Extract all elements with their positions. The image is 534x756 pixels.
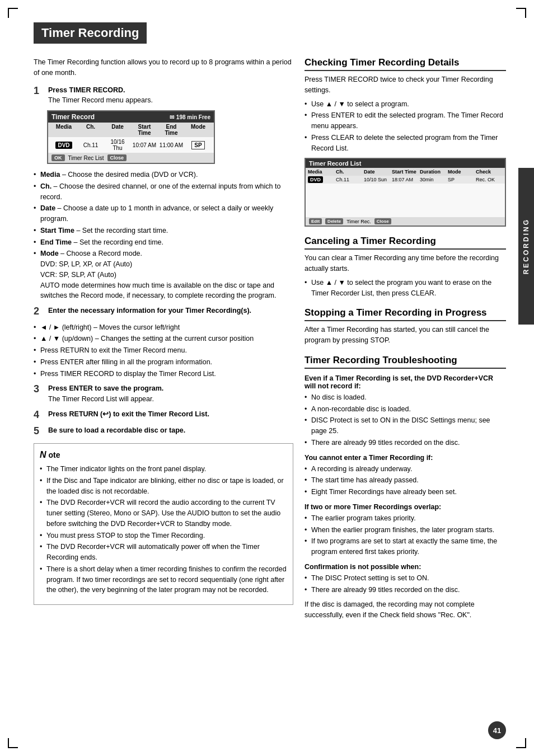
bullet-media: Media – Choose the desired media (DVD or… [34,170,293,180]
step-1-desc: The Timer Record menu appears. [48,96,153,104]
step-3-text: Press ENTER to save the program. The Tim… [48,383,163,405]
page-number: 41 [488,721,506,739]
timer-record-header: Timer Record ✉ 198 min Free [48,111,214,123]
bullet-s2-5: Press TIMER RECORD to display the Timer … [34,369,293,379]
ts4-bullet-0: The DISC Protect setting is set to ON. [305,573,506,584]
tl-delete-button[interactable]: Delete [325,218,343,224]
ts-heading-1: Even if a Timer Recording is set, the DV… [305,374,506,390]
troubleshooting-section-heading: Timer Recording Troubleshooting [305,355,506,369]
right-column: Checking Timer Recording Details Press T… [305,57,506,624]
recording-side-label: RECORDING [518,168,534,325]
ts1-bullet-1: A non-recordable disc is loaded. [305,404,506,415]
left-column: The Timer Recording function allows you … [34,57,293,624]
ts-footer: If the disc is damaged, the recording ma… [305,599,506,621]
step-2-number: 2 [34,306,44,318]
timer-list-row: DVD Ch.11 10/10 Sun 18:07 AM 30min SP Re… [306,176,505,184]
ts-bullets-4: The DISC Protect setting is set to ON. T… [305,573,506,595]
ts1-bullet-2: DISC Protect is set to ON in the DISC Se… [305,415,506,436]
page-title: Timer Recording [34,22,147,44]
note-title: N ote [40,448,287,462]
intro-text: The Timer Recording function allows you … [34,57,293,78]
ts-bullets-1: No disc is loaded. A non-recordable disc… [305,392,506,448]
step-4-bold: Press RETURN (↩) to exit the Timer Recor… [48,410,209,418]
tl-edit-button[interactable]: Edit [309,218,322,224]
step-4: 4 Press RETURN (↩) to exit the Timer Rec… [34,409,293,421]
bullet-s2-1: ◄ / ► (left/right) – Moves the cursor le… [34,322,293,333]
tl-timer-rec-label: Timer Rec. [346,219,371,224]
timer-record-footer: OK Timer Rec List Close [48,153,214,163]
bullet-s2-3: Press RETURN to exit the Timer Record me… [34,345,293,356]
timer-record-cols: Media Ch. Date Start Time End Time Mode [48,123,214,137]
step-3-desc: The Timer Record List will appear. [48,395,154,403]
timer-list-header: Timer Record List [306,159,505,168]
ts2-bullet-1: The start time has already passed. [305,475,506,486]
bullet-s2-4: Press ENTER after filling in all the pro… [34,357,293,368]
checking-section-heading: Checking Timer Recording Details [305,57,506,71]
step-4-number: 4 [34,409,44,421]
canceling-bullets: Use ▲ / ▼ to select the program you want… [305,278,506,299]
timer-list-empty-rows [306,184,505,217]
step-2-bullets: ◄ / ► (left/right) – Moves the cursor le… [34,322,293,379]
timer-rec-list-label: Timer Rec List [68,155,104,161]
timer-list-ui: Timer Record List Media Ch. Date Start T… [305,158,506,227]
step-5: 5 Be sure to load a recordable disc or t… [34,425,293,438]
step-1: 1 Press TIMER RECORD. The Timer Record m… [34,85,293,106]
step-3-bold: Press ENTER to save the program. [48,384,163,392]
ts-heading-4: Confirmation is not possible when: [305,563,506,571]
step-1-bullets: Media – Choose the desired media (DVD or… [34,170,293,301]
checking-intro: Press TIMER RECORD twice to check your T… [305,74,506,96]
ts1-bullet-3: There are already 99 titles recorded on … [305,438,506,448]
step-2-text: Enter the necessary information for your… [48,306,251,316]
stopping-section-heading: Stopping a Timer Recording in Progress [305,307,506,321]
bullet-s2-2: ▲ / ▼ (up/down) – Changes the setting at… [34,334,293,344]
step-1-bold: Press TIMER RECORD. [48,86,125,94]
timer-record-min-free: ✉ 198 min Free [170,114,210,120]
step-5-number: 5 [34,425,44,438]
step-5-bold: Be sure to load a recordable disc or tap… [48,426,185,434]
note-item-0: The Timer indicator lights on the front … [40,464,287,475]
bullet-date: Date – Choose a date up to 1 month in ad… [34,203,293,224]
note-item-5: There is a short delay when a timer reco… [40,564,287,595]
bullet-mode: Mode – Choose a Record mode. DVD: SP, LP… [34,248,293,301]
ts3-bullet-0: The earlier program takes priority. [305,513,506,524]
note-item-2: The DVD Recorder+VCR will record the aud… [40,497,287,529]
bullet-start-time: Start Time – Set the recording start tim… [34,226,293,236]
checking-bullet-2: Press CLEAR to delete the selected progr… [305,133,506,154]
ts3-bullet-1: When the earlier program finishes, the l… [305,525,506,536]
dvd-badge: DVD [55,142,72,149]
checking-bullet-1: Press ENTER to edit the selected program… [305,110,506,132]
tl-close-button[interactable]: Close [374,218,391,224]
page: RECORDING Timer Recording The Timer Reco… [0,0,534,756]
note-item-1: If the Disc and Tape indicator are blink… [40,476,287,497]
ts-bullets-3: The earlier program takes priority. When… [305,513,506,557]
bullet-ch: Ch. – Choose the desired channel, or one… [34,181,293,203]
mail-icon: ✉ [170,114,174,120]
ts4-bullet-1: There are already 99 titles recorded on … [305,585,506,595]
ok-button[interactable]: OK [51,154,65,161]
checking-bullets: Use ▲ / ▼ to select a program. Press ENT… [305,99,506,154]
corner-mark-br [516,738,526,748]
ts1-bullet-0: No disc is loaded. [305,392,506,403]
tl-dvd-badge: DVD [308,176,323,183]
step-1-text: Press TIMER RECORD. The Timer Record men… [48,85,153,106]
main-content: The Timer Recording function allows you … [34,57,506,624]
step-3-number: 3 [34,383,44,396]
step-2: 2 Enter the necessary information for yo… [34,306,293,318]
corner-mark-tl [8,8,18,18]
step-2-bold: Enter the necessary information for your… [48,307,251,314]
ts-heading-2: You cannot enter a Timer Recording if: [305,454,506,462]
ts2-bullet-0: A recording is already underway. [305,464,506,475]
corner-mark-tr [516,8,526,18]
ts-bullets-2: A recording is already underway. The sta… [305,464,506,497]
ts-heading-3: If two or more Timer Recordings overlap: [305,503,506,511]
sp-badge: SP [191,141,204,149]
timer-list-cols: Media Ch. Date Start Time Duration Mode … [306,168,505,176]
bullet-end-time: End Time – Set the recording end time. [34,237,293,248]
note-bullets: The Timer indicator lights on the front … [40,464,287,595]
ts3-bullet-2: If two programs are set to start at exac… [305,536,506,557]
checking-bullet-0: Use ▲ / ▼ to select a program. [305,99,506,110]
step-5-text: Be sure to load a recordable disc or tap… [48,425,185,436]
close-button[interactable]: Close [107,154,127,161]
ts2-bullet-2: Eight Timer Recordings have already been… [305,487,506,497]
corner-mark-bl [8,738,18,748]
